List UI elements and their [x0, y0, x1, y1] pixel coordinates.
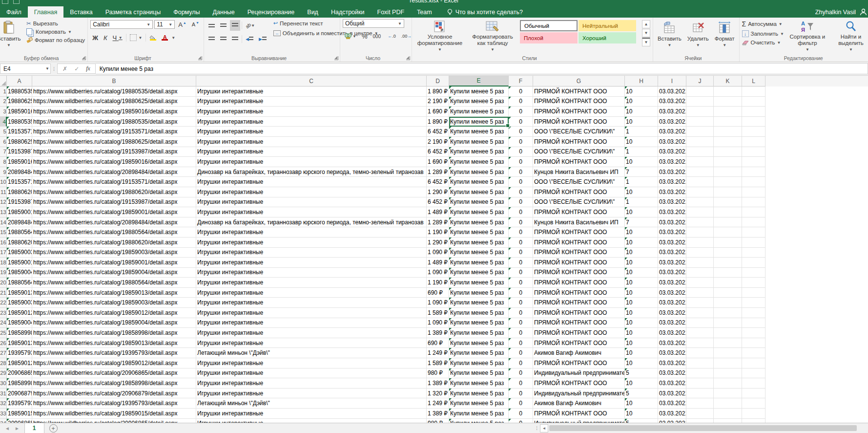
cell-C33[interactable]: Игрушки интерактивные	[196, 409, 427, 419]
row-header-27[interactable]: 27	[0, 348, 7, 358]
cell-B33[interactable]: https://www.wildberries.ru/catalog/19859…	[32, 409, 196, 419]
cell-E22[interactable]: Купили менее 5 раз	[449, 298, 509, 308]
cell-F27[interactable]: 0	[509, 348, 533, 358]
cell-I16[interactable]: 03.03.2021	[658, 238, 686, 248]
cell-L10[interactable]	[742, 177, 765, 187]
cell-I9[interactable]: 03.03.2021	[658, 167, 686, 177]
cell-G8[interactable]: ПРЯМОЙ КОНТРАКТ ООО	[533, 157, 625, 167]
tab-Вставка[interactable]: Вставка	[63, 6, 99, 18]
cell-L1[interactable]	[742, 87, 765, 97]
row-header-23[interactable]: 23	[0, 308, 7, 318]
cell-I31[interactable]: 03.03.2021	[658, 389, 686, 399]
cell-D21[interactable]: 690 ₽	[427, 288, 449, 298]
cell-H13[interactable]: 10	[625, 207, 658, 217]
cell-J19[interactable]	[686, 268, 714, 278]
cell-F32[interactable]: 0	[509, 398, 533, 409]
cell-E3[interactable]: Купили менее 5 раз	[449, 107, 509, 117]
cell-A15[interactable]: 19880564	[7, 227, 32, 238]
cell-E18[interactable]: Купили менее 5 раз	[449, 258, 509, 268]
cell-J25[interactable]	[686, 328, 714, 338]
cell-C12[interactable]: Игрушки интерактивные	[196, 197, 427, 208]
cell-J27[interactable]	[686, 348, 714, 358]
cell-I5[interactable]: 03.03.2021	[658, 127, 686, 137]
cell-G30[interactable]: ПРЯМОЙ КОНТРАКТ ООО	[533, 378, 625, 389]
comma-style-button[interactable]: 000	[371, 31, 383, 42]
row-header-21[interactable]: 21	[0, 288, 7, 298]
cell-G2[interactable]: ПРЯМОЙ КОНТРАКТ ООО	[533, 97, 625, 107]
sort-filter-button[interactable]: АЯ Сортировка и фильтр▼	[786, 19, 829, 54]
cell-G26[interactable]: ПРЯМОЙ КОНТРАКТ ООО	[533, 338, 625, 348]
cell-B10[interactable]: https://www.wildberries.ru/catalog/19153…	[32, 177, 196, 187]
paste-button[interactable]: Вставить ▼	[0, 19, 24, 54]
cell-K14[interactable]	[714, 217, 742, 228]
cell-F8[interactable]: 0	[509, 157, 533, 167]
cell-E4[interactable]: Купили менее 5 раз	[449, 117, 509, 127]
cell-D10[interactable]: 6 452 ₽	[427, 177, 449, 187]
cell-A21[interactable]: 19859013	[7, 288, 32, 298]
cell-B29[interactable]: https://www.wildberries.ru/catalog/20906…	[32, 368, 196, 379]
cell-H4[interactable]: 10	[625, 117, 658, 127]
cell-E7[interactable]: Купили менее 5 раз	[449, 147, 509, 157]
cell-D1[interactable]: 1 890 ₽	[427, 87, 449, 97]
alignment-dialog-launcher[interactable]	[334, 56, 338, 60]
cell-G5[interactable]: ООО \"ВЕСЕЛЫЕ СУСЛИКИ\"	[533, 127, 625, 137]
row-header-15[interactable]: 15	[0, 227, 7, 238]
row-header-10[interactable]: 10	[0, 177, 7, 187]
cell-B11[interactable]: https://www.wildberries.ru/catalog/19880…	[32, 187, 196, 197]
column-header-G[interactable]: G	[533, 76, 625, 87]
cell-E23[interactable]: Купили менее 5 раз	[449, 308, 509, 318]
cell-D22[interactable]: 1 090 ₽	[427, 298, 449, 308]
cell-B1[interactable]: https://www.wildberries.ru/catalog/19880…	[32, 87, 196, 97]
clear-button[interactable]: Очистить▼	[742, 40, 784, 45]
tab-Файл[interactable]: Файл	[0, 6, 28, 18]
style-chip-Хороший[interactable]: Хороший	[579, 32, 636, 43]
tab-Рецензирование[interactable]: Рецензирование	[241, 6, 301, 18]
row-header-17[interactable]: 17	[0, 248, 7, 258]
cell-J8[interactable]	[686, 157, 714, 167]
align-right-button[interactable]	[230, 34, 240, 44]
row-header-6[interactable]: 6	[0, 137, 7, 147]
cell-K21[interactable]	[714, 288, 742, 298]
row-header-11[interactable]: 11	[0, 187, 7, 197]
column-header-A[interactable]: A	[7, 76, 32, 87]
cell-F19[interactable]: 0	[509, 268, 533, 278]
cell-H11[interactable]: 10	[625, 187, 658, 197]
cell-I11[interactable]: 03.03.2021	[658, 187, 686, 197]
cell-E32[interactable]: Купили менее 5 раз	[449, 398, 509, 409]
cell-F28[interactable]: 0	[509, 358, 533, 368]
row-header-20[interactable]: 20	[0, 278, 7, 288]
cell-B26[interactable]: https://www.wildberries.ru/catalog/19859…	[32, 338, 196, 348]
cell-D16[interactable]: 1 290 ₽	[427, 238, 449, 248]
cell-J10[interactable]	[686, 177, 714, 187]
cell-J1[interactable]	[686, 87, 714, 97]
cell-G28[interactable]: ПРЯМОЙ КОНТРАКТ ООО	[533, 358, 625, 368]
column-header-F[interactable]: F	[509, 76, 533, 87]
cell-E25[interactable]: Купили менее 5 раз	[449, 328, 509, 338]
cell-I8[interactable]: 03.03.2021	[658, 157, 686, 167]
cell-J14[interactable]	[686, 217, 714, 228]
cell-J26[interactable]	[686, 338, 714, 348]
cell-D28[interactable]: 1 589 ₽	[427, 358, 449, 368]
cell-L21[interactable]	[742, 288, 765, 298]
increase-indent-button[interactable]: ▶	[257, 34, 269, 44]
column-header-C[interactable]: C	[196, 76, 427, 87]
cell-F18[interactable]: 0	[509, 258, 533, 268]
cell-D20[interactable]: 1 190 ₽	[427, 278, 449, 288]
cell-B15[interactable]: https://www.wildberries.ru/catalog/19880…	[32, 227, 196, 238]
cell-H31[interactable]: 5	[625, 389, 658, 399]
cell-D4[interactable]: 1 890 ₽	[427, 117, 449, 127]
cell-G23[interactable]: ПРЯМОЙ КОНТРАКТ ООО	[533, 308, 625, 318]
cell-H15[interactable]: 10	[625, 227, 658, 238]
cell-L33[interactable]	[742, 409, 765, 419]
cell-J23[interactable]	[686, 308, 714, 318]
cell-A7[interactable]: 19153987	[7, 147, 32, 157]
cell-K13[interactable]	[714, 207, 742, 217]
borders-button[interactable]: ▼	[128, 32, 145, 43]
cell-B17[interactable]: https://www.wildberries.ru/catalog/19859…	[32, 248, 196, 258]
row-header-8[interactable]: 8	[0, 157, 7, 167]
cell-H23[interactable]: 10	[625, 308, 658, 318]
cell-G31[interactable]: Индивидуальный предпринимате	[533, 389, 625, 399]
scrollbar-track[interactable]	[548, 425, 868, 432]
cell-J31[interactable]	[686, 389, 714, 399]
cell-J29[interactable]	[686, 368, 714, 379]
